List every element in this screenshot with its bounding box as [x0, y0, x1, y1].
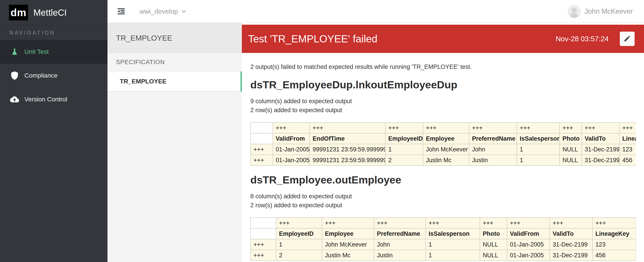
- output-heading: dsTR_EmployeeDup.lnkoutEmployeeDup: [250, 79, 636, 91]
- topbar: wwi_develop John McKeever: [108, 0, 644, 23]
- collapse-sidebar-icon[interactable]: [118, 8, 125, 14]
- chevron-down-icon: [181, 10, 186, 13]
- table-column-header: Photo: [480, 228, 507, 239]
- table-cell: 456: [592, 250, 636, 261]
- sidebar-item-version-control[interactable]: Version Control: [0, 87, 108, 111]
- nav-section-label: NAVIGATION: [0, 26, 108, 40]
- table-cell: 31-Dec-2199: [550, 239, 592, 250]
- added-row-marker: +++: [250, 155, 273, 166]
- edit-button[interactable]: [620, 32, 634, 46]
- diff-note: 9 column(s) added to expected output: [250, 97, 636, 106]
- table-cell: Justin: [469, 155, 517, 166]
- table-cell: 1: [426, 239, 480, 250]
- sidebar-item-unit-test[interactable]: Unit Test: [0, 40, 108, 64]
- added-row-marker: +++: [250, 239, 276, 250]
- table-cell: 1: [517, 155, 560, 166]
- diff-notes: 8 column(s) added to expected output 2 r…: [250, 192, 636, 210]
- table-cell: NULL: [480, 250, 507, 261]
- user-name: John McKeever: [585, 8, 633, 16]
- added-column-marker: +++: [560, 122, 582, 133]
- table-cell: 1: [517, 144, 560, 155]
- table-corner-cell: [250, 228, 276, 239]
- content-row: TR_EMPLOYEE SPECIFICATION TR_EMPLOYEE Te…: [108, 23, 644, 262]
- table-cell: 1: [426, 250, 480, 261]
- table-column-header: PreferredName: [469, 133, 517, 144]
- table-column-header: Photo: [560, 133, 582, 144]
- table-column-header: EmployeeID: [276, 228, 322, 239]
- output-section: dsTR_EmployeeDup.lnkoutEmployeeDup 9 col…: [250, 79, 636, 166]
- panel-title: TR_EMPLOYEE: [108, 23, 242, 53]
- table-cell: Justin Mc: [322, 250, 374, 261]
- main-column: wwi_develop John McKeever: [108, 0, 644, 262]
- project-name: wwi_develop: [140, 8, 178, 15]
- main-content: Test 'TR_EMPLOYEE' failed Nov-28 03:57:2…: [242, 23, 644, 262]
- test-report: 2 output(s) failed to matched expected r…: [242, 63, 644, 261]
- added-column-marker: +++: [423, 122, 469, 133]
- table-cell: NULL: [560, 155, 582, 166]
- avatar: [568, 5, 581, 18]
- failure-summary: 2 output(s) failed to matched expected r…: [250, 63, 636, 71]
- app-root: dm MettleCI NAVIGATION Unit Test: [0, 0, 644, 262]
- table-cell: 01-Jan-2005: [507, 250, 550, 261]
- pencil-icon: [624, 35, 631, 43]
- table-cell: 31-Dec-2199: [582, 155, 619, 166]
- table-cell: John McKeever: [423, 144, 469, 155]
- added-column-marker: +++: [480, 218, 507, 228]
- spec-panel: TR_EMPLOYEE SPECIFICATION TR_EMPLOYEE: [108, 23, 242, 262]
- table-column-header: IsSalesperson: [517, 133, 560, 144]
- table-column-header: ValidTo: [582, 133, 619, 144]
- diff-note: 8 column(s) added to expected output: [250, 192, 636, 201]
- added-column-marker: +++: [374, 218, 426, 228]
- table-column-header: EndOfTime: [310, 133, 385, 144]
- output-section: dsTR_Employee.outEmployee 8 column(s) ad…: [250, 174, 636, 261]
- cloud-upload-icon: [10, 95, 19, 104]
- diff-notes: 9 column(s) added to expected output 2 r…: [250, 97, 636, 115]
- added-column-marker: +++: [310, 122, 385, 133]
- table-cell: 123: [619, 144, 636, 155]
- table-cell: 123: [592, 239, 636, 250]
- added-column-marker: +++: [550, 218, 592, 228]
- shield-icon: [10, 71, 19, 80]
- diff-table: +++++++++++++++++++++++++++ValidFromEndO…: [250, 122, 636, 166]
- user-menu[interactable]: John McKeever: [568, 5, 633, 18]
- table-cell: Justin: [374, 250, 426, 261]
- table-column-header: LineageKey: [619, 133, 636, 144]
- table-corner-cell: [250, 133, 273, 144]
- diff-table-wrapper: +++++++++++++++++++++++++++ValidFromEndO…: [250, 122, 636, 166]
- table-cell: 01-Jan-2005: [507, 239, 550, 250]
- diff-table: ++++++++++++++++++++++++EmployeeIDEmploy…: [250, 217, 636, 261]
- sidebar: dm MettleCI NAVIGATION Unit Test: [0, 0, 108, 262]
- added-column-marker: +++: [276, 218, 322, 228]
- table-cell: Justin Mc: [423, 155, 469, 166]
- project-dropdown[interactable]: wwi_develop: [140, 8, 186, 15]
- table-corner-cell: [250, 122, 273, 133]
- diff-table-wrapper: ++++++++++++++++++++++++EmployeeIDEmploy…: [250, 217, 636, 261]
- banner-timestamp: Nov-28 03:57:24: [556, 35, 608, 43]
- added-column-marker: +++: [619, 122, 636, 133]
- sidebar-nav: Unit Test Compliance: [0, 40, 108, 111]
- table-cell: 2: [385, 155, 423, 166]
- table-cell: 31-Dec-2199: [582, 144, 619, 155]
- diff-note: 2 row(s) added to expected output: [250, 106, 636, 115]
- sidebar-item-label: Unit Test: [24, 48, 48, 55]
- sidebar-item-compliance[interactable]: Compliance: [0, 64, 108, 87]
- table-cell: 1: [385, 144, 423, 155]
- spec-item-tr-employee[interactable]: TR_EMPLOYEE: [108, 71, 242, 92]
- table-column-header: LineageKey: [592, 228, 636, 239]
- sidebar-item-label: Version Control: [24, 96, 67, 103]
- table-cell: John McKeever: [322, 239, 374, 250]
- table-cell: 31-Dec-2199: [550, 250, 592, 261]
- sidebar-item-label: Compliance: [24, 72, 58, 79]
- fail-banner: Test 'TR_EMPLOYEE' failed Nov-28 03:57:2…: [242, 25, 644, 53]
- table-cell: NULL: [480, 239, 507, 250]
- table-column-header: EmployeeID: [385, 133, 423, 144]
- table-column-header: PreferredName: [374, 228, 426, 239]
- added-row-marker: +++: [250, 250, 276, 261]
- brand-logo[interactable]: dm: [9, 5, 28, 20]
- added-row-marker: +++: [250, 144, 273, 155]
- added-column-marker: +++: [385, 122, 423, 133]
- table-cell: 99991231 23:59:59.9999999: [310, 155, 385, 166]
- flask-icon: [10, 47, 19, 56]
- table-cell: NULL: [560, 144, 582, 155]
- added-column-marker: +++: [426, 218, 480, 228]
